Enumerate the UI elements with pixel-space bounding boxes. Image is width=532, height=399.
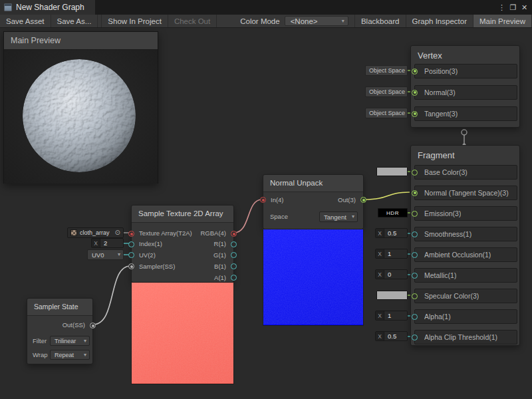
stack-connector-top [462, 130, 467, 135]
texture-thumbnail-icon [70, 229, 77, 236]
vertex-row-normal[interactable]: Normal(3) [414, 85, 517, 100]
vertex-row-position[interactable]: Position(3) [414, 64, 517, 78]
graph-toolbar: Save Asset Save As... Show In Project Ch… [0, 15, 532, 28]
specular-color-swatch[interactable] [376, 291, 408, 300]
chevron-down-icon: ▾ [352, 214, 354, 219]
uv-channel-dropdown[interactable]: UV0 ▾ [87, 249, 124, 260]
fragment-row-smoothness[interactable]: Smoothness(1) [414, 227, 517, 241]
edge-out-to-normal [364, 192, 410, 200]
fragment-row-alpha[interactable]: Alpha(1) [414, 309, 517, 324]
main-preview-viewport[interactable] [4, 50, 158, 184]
graph-canvas[interactable]: Main Preview [0, 28, 532, 399]
port-metallic-in[interactable] [412, 273, 418, 279]
port-texture-array-in[interactable] [128, 231, 134, 237]
chevron-down-icon: ▾ [84, 338, 86, 344]
fragment-row-normal-tangent-space[interactable]: Normal (Tangent Space)(3) [414, 186, 517, 200]
save-as-button[interactable]: Save As... [51, 15, 98, 27]
maximize-icon[interactable]: ❐ [507, 1, 519, 13]
object-picker-icon[interactable]: ⊙ [115, 229, 120, 236]
port-sampler-in[interactable] [128, 263, 134, 269]
window-title: New Shader Graph [16, 3, 84, 12]
node-vertex[interactable]: Vertex Position(3) Normal(3) Tangent(3) [410, 45, 520, 128]
port-normal-in[interactable] [412, 90, 418, 96]
port-tangent-in[interactable] [412, 111, 418, 117]
close-icon[interactable]: ✕ [519, 1, 530, 13]
normal-unpack-preview[interactable] [263, 229, 364, 326]
fragment-row-emission[interactable]: Emission(3) [414, 206, 517, 221]
fragment-title: Fragment [411, 146, 519, 164]
port-ambient-occlusion-in[interactable] [412, 252, 418, 258]
color-mode-dropdown[interactable]: <None> ▾ [285, 16, 348, 26]
filter-dropdown[interactable]: Trilinear ▾ [50, 336, 90, 346]
port-outss[interactable] [90, 323, 96, 329]
port-normal-tangent-in[interactable] [412, 190, 418, 196]
tab-new-shader-graph[interactable]: New Shader Graph [0, 0, 95, 15]
save-asset-button[interactable]: Save Asset [0, 15, 51, 27]
graph-inspector-toggle-button[interactable]: Graph Inspector [406, 15, 473, 27]
fragment-row-metallic[interactable]: Metallic(1) [414, 268, 517, 283]
toolbar-right-group: Blackboard Graph Inspector Main Preview [354, 15, 532, 27]
chevron-down-icon: ▾ [118, 252, 120, 257]
port-emission-in[interactable] [412, 211, 418, 217]
port-alpha-in[interactable] [412, 314, 418, 320]
kebab-menu-icon[interactable]: ⋮ [496, 1, 507, 13]
smoothness-field[interactable]: X0.5 [375, 228, 408, 238]
alpha-clip-threshold-field[interactable]: X0.5 [375, 331, 408, 341]
port-base-color-in[interactable] [412, 170, 418, 176]
main-preview-toggle-button[interactable]: Main Preview [473, 15, 532, 27]
node-normal-unpack[interactable]: Normal Unpack In(4) Out(3) Space Tangent… [263, 174, 364, 229]
wrap-dropdown[interactable]: Repeat ▾ [50, 350, 90, 360]
space-dropdown[interactable]: Tangent ▾ [319, 211, 358, 222]
port-alpha-clip-in[interactable] [412, 334, 418, 340]
main-preview-panel[interactable]: Main Preview [3, 31, 158, 184]
port-position-in[interactable] [412, 68, 418, 74]
port-a-out[interactable] [231, 275, 237, 281]
port-in4[interactable] [260, 197, 266, 203]
port-uv-in[interactable] [128, 252, 134, 258]
show-in-project-button[interactable]: Show In Project [102, 15, 168, 27]
fragment-row-alpha-clip-threshold[interactable]: Alpha Clip Threshold(1) [414, 330, 517, 344]
node-fragment[interactable]: Fragment Base Color(3) Normal (Tangent S… [410, 145, 520, 346]
chevron-down-icon: ▾ [84, 352, 86, 358]
port-g-out[interactable] [231, 252, 237, 258]
normal-noise-overlay [263, 229, 363, 325]
fragment-row-specular-color[interactable]: Specular Color(3) [414, 289, 517, 303]
port-index-in[interactable] [128, 241, 134, 247]
shader-graph-icon [4, 3, 12, 11]
sample-texture-title: Sample Texture 2D Array [132, 205, 233, 223]
metallic-field[interactable]: X0 [375, 269, 408, 279]
port-smoothness-in[interactable] [412, 231, 418, 237]
fragment-row-ambient-occlusion[interactable]: Ambient Occlusion(1) [414, 247, 517, 262]
port-r-out[interactable] [231, 241, 237, 247]
edge-samplerstate-to-sampler [93, 266, 130, 325]
emission-hdr-swatch[interactable]: HDR [378, 208, 408, 217]
cloth-noise-overlay [132, 283, 233, 383]
base-color-swatch[interactable] [376, 167, 408, 176]
port-specular-color-in[interactable] [412, 293, 418, 299]
edge-rgba-to-in [234, 200, 262, 233]
main-preview-title[interactable]: Main Preview [4, 32, 158, 50]
index-field[interactable]: X2 [91, 238, 124, 248]
tangent-space-dropdown[interactable]: Object Space [365, 108, 408, 118]
fragment-row-base-color[interactable]: Base Color(3) [414, 165, 517, 180]
vertex-row-tangent[interactable]: Tangent(3) [414, 106, 517, 121]
blackboard-toggle-button[interactable]: Blackboard [354, 15, 406, 27]
node-sample-texture-2d-array[interactable]: Sample Texture 2D Array Texture Array(T2… [131, 205, 234, 283]
alpha-field[interactable]: X1 [375, 311, 408, 321]
port-rgba-out[interactable] [231, 231, 237, 237]
color-mode-label: Color Mode [235, 15, 284, 27]
ambient-occlusion-field[interactable]: X1 [375, 249, 408, 259]
shader-graph-window: New Shader Graph ⋮ ❐ ✕ Save Asset Save A… [0, 0, 532, 399]
port-b-out[interactable] [231, 263, 237, 269]
position-space-dropdown[interactable]: Object Space [365, 65, 408, 76]
chevron-down-icon: ▾ [342, 19, 344, 24]
port-out3[interactable] [360, 197, 366, 203]
window-controls: ⋮ ❐ ✕ [496, 1, 532, 13]
vertex-title: Vertex [411, 46, 519, 65]
sample-texture-preview[interactable] [131, 283, 234, 384]
normal-space-dropdown[interactable]: Object Space [365, 86, 408, 97]
node-sampler-state[interactable]: Sampler State Out(SS) Filter Trilinear ▾… [27, 298, 93, 364]
check-out-button: Check Out [168, 15, 217, 27]
color-mode-value: <None> [291, 17, 318, 25]
texture-array-object-field[interactable]: cloth_array ⊙ [67, 227, 124, 238]
